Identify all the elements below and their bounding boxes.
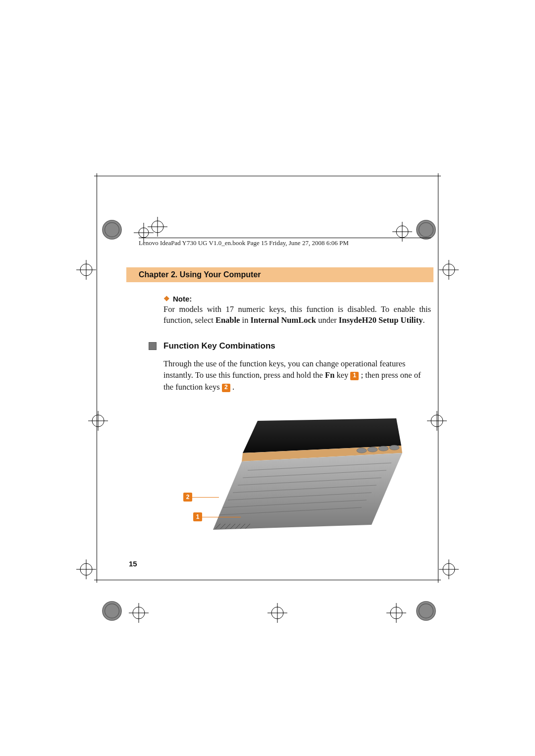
note-text: in xyxy=(240,315,250,325)
laptop-illustration xyxy=(213,416,406,535)
section-text: key xyxy=(334,370,350,380)
page-header: Lenovo IdeaPad Y730 UG V1.0_en.book Page… xyxy=(139,238,431,247)
crop-line-bottom xyxy=(94,580,441,580)
note-bold: Enable xyxy=(215,315,240,325)
chapter-title-bar: Chapter 2. Using Your Computer xyxy=(126,267,433,282)
svg-point-54 xyxy=(357,448,367,453)
note-bold: Internal NumLock xyxy=(251,315,316,325)
reg-cross-icon xyxy=(386,603,406,623)
reg-cross-icon xyxy=(439,260,459,280)
reg-cross-icon xyxy=(129,603,149,623)
fn-key-label: Fn xyxy=(325,370,334,380)
note-label: Note: xyxy=(173,295,192,303)
callout-1-icon: 1 xyxy=(350,372,359,380)
note-heading: ❖Note: xyxy=(163,295,431,303)
reg-cross-icon xyxy=(88,411,108,431)
note-body: For models with 17 numeric keys, this fu… xyxy=(163,304,431,326)
note-bold: InsydeH20 Setup Utility xyxy=(339,315,423,325)
section-heading-row: Function Key Combinations xyxy=(163,341,431,351)
svg-point-55 xyxy=(368,447,377,452)
svg-point-56 xyxy=(378,446,388,451)
callout-line-icon xyxy=(192,497,219,498)
reg-cross-icon xyxy=(427,411,447,431)
reg-solid-icon xyxy=(100,599,124,623)
reg-cross-icon xyxy=(148,217,167,237)
note-text: . xyxy=(423,315,425,325)
reg-cross-icon xyxy=(76,559,96,579)
laptop-figure: 2 1 xyxy=(183,416,406,535)
figure-callout-1: 1 xyxy=(193,512,241,521)
square-bullet-icon xyxy=(149,342,157,350)
svg-marker-46 xyxy=(213,453,402,530)
section-text: . xyxy=(230,382,234,392)
svg-point-0 xyxy=(103,220,121,239)
svg-point-57 xyxy=(389,445,399,450)
crop-line-right xyxy=(438,173,438,583)
reg-solid-icon xyxy=(100,218,124,242)
reg-cross-icon xyxy=(439,559,459,579)
reg-cross-icon xyxy=(76,260,96,280)
page-number: 15 xyxy=(129,559,137,568)
section-body: Through the use of the function keys, yo… xyxy=(163,358,431,394)
svg-point-11 xyxy=(417,220,435,239)
reg-solid-icon xyxy=(414,599,438,623)
page-content: ❖Note: For models with 17 numeric keys, … xyxy=(163,295,431,393)
figure-callout-2: 2 xyxy=(183,493,219,502)
section-title: Function Key Combinations xyxy=(163,341,275,351)
callout-box-1-icon: 1 xyxy=(193,512,202,521)
svg-point-42 xyxy=(417,602,435,620)
crop-line-top xyxy=(94,176,441,176)
callout-line-icon xyxy=(202,517,241,517)
header-text: Lenovo IdeaPad Y730 UG V1.0_en.book Page… xyxy=(139,239,349,247)
callout-2-icon: 2 xyxy=(222,384,230,392)
callout-box-2-icon: 2 xyxy=(183,493,192,502)
svg-point-28 xyxy=(103,602,121,620)
crop-line-left xyxy=(97,173,97,583)
diamond-icon: ❖ xyxy=(163,295,170,302)
reg-cross-icon xyxy=(268,603,287,623)
chapter-title: Chapter 2. Using Your Computer xyxy=(139,270,261,279)
note-text: under xyxy=(316,315,339,325)
